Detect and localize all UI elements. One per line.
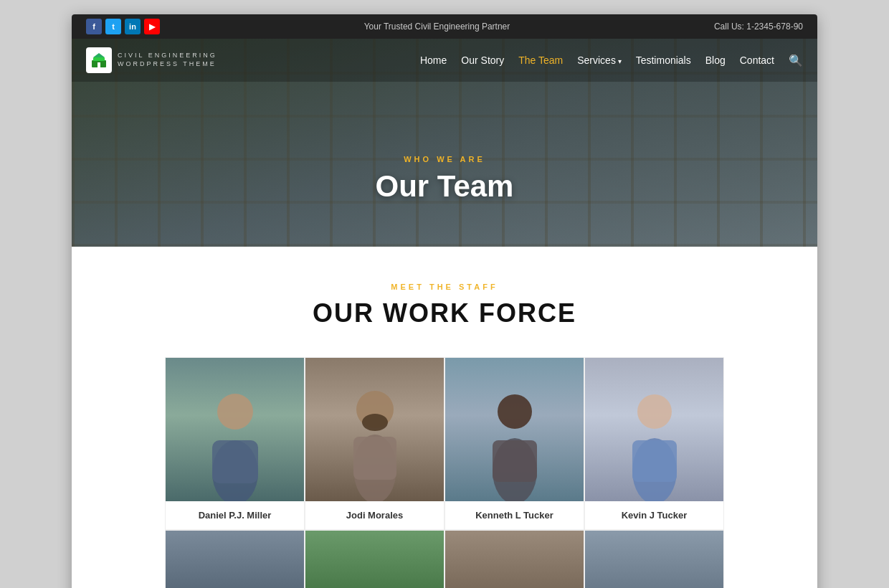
hero-section: CIVIL ENGINEERING WORDPRESS THEME Home O…	[72, 39, 817, 247]
team-grid-bottom	[165, 530, 724, 588]
nav-item-search[interactable]: 🔍	[789, 54, 803, 67]
nav-item-contact[interactable]: Contact	[740, 54, 774, 67]
hero-content: WHO WE ARE Our Team	[72, 155, 817, 204]
main-content: MEET THE STAFF OUR WORK FORCE Daniel P.J…	[72, 247, 817, 588]
section-title: OUR WORK FORCE	[86, 298, 803, 328]
team-photo-partial-4	[585, 531, 723, 588]
nav-item-home[interactable]: Home	[420, 54, 447, 67]
navbar: CIVIL ENGINEERING WORDPRESS THEME Home O…	[72, 39, 817, 82]
svg-rect-6	[212, 440, 258, 483]
nav-links: Home Our Story The Team Services Testimo…	[420, 54, 803, 67]
nav-link-the-team[interactable]: The Team	[518, 54, 563, 66]
hero-title: Our Team	[72, 169, 817, 204]
nav-item-testimonials[interactable]: Testimonials	[636, 54, 691, 67]
team-card-kenneth[interactable]: Kenneth L Tucker	[444, 357, 584, 530]
team-photo-partial-2	[305, 531, 444, 588]
logo-icon	[86, 47, 112, 73]
team-photo-partial-3	[445, 531, 584, 588]
svg-rect-16	[632, 440, 677, 482]
svg-rect-13	[493, 440, 537, 482]
team-card-partial-3[interactable]	[444, 530, 584, 588]
browser-window: f t in ▶ Your Trusted Civil Engineering …	[72, 14, 817, 588]
section-header: MEET THE STAFF OUR WORK FORCE	[86, 283, 803, 328]
nav-item-our-story[interactable]: Our Story	[461, 54, 504, 67]
team-card-jodi[interactable]: Jodi Morales	[305, 357, 444, 530]
svg-point-11	[498, 394, 532, 429]
nav-item-blog[interactable]: Blog	[705, 54, 726, 67]
social-icons: f t in ▶	[86, 19, 160, 34]
nav-link-testimonials[interactable]: Testimonials	[636, 54, 691, 66]
team-grid: Daniel P.J. Miller Jodi Morales	[165, 357, 724, 530]
team-card-kevin[interactable]: Kevin J Tucker	[584, 357, 724, 530]
nav-item-the-team[interactable]: The Team	[518, 54, 563, 67]
team-name-daniel: Daniel P.J. Miller	[166, 501, 304, 529]
team-photo-jodi	[305, 358, 444, 501]
team-name-kenneth: Kenneth L Tucker	[445, 501, 584, 529]
search-icon[interactable]: 🔍	[789, 54, 803, 67]
team-photo-daniel	[166, 358, 304, 501]
team-photo-kenneth	[445, 358, 584, 501]
svg-rect-1	[93, 57, 105, 61]
logo-text: CIVIL ENGINEERING WORDPRESS THEME	[118, 52, 217, 68]
team-card-daniel[interactable]: Daniel P.J. Miller	[165, 357, 305, 530]
twitter-icon[interactable]: t	[105, 19, 121, 34]
team-card-partial-1[interactable]	[165, 530, 305, 588]
logo[interactable]: CIVIL ENGINEERING WORDPRESS THEME	[86, 47, 217, 73]
nav-link-contact[interactable]: Contact	[740, 54, 774, 66]
phone-number: Call Us: 1-2345-678-90	[714, 22, 803, 32]
svg-marker-2	[93, 53, 105, 57]
nav-link-our-story[interactable]: Our Story	[461, 54, 504, 66]
svg-point-4	[217, 394, 253, 430]
team-card-partial-2[interactable]	[305, 530, 444, 588]
svg-rect-10	[353, 437, 396, 480]
nav-link-home[interactable]: Home	[420, 54, 447, 66]
facebook-icon[interactable]: f	[86, 19, 102, 34]
svg-point-8	[362, 414, 388, 431]
linkedin-icon[interactable]: in	[125, 19, 141, 34]
team-name-jodi: Jodi Morales	[305, 501, 444, 529]
svg-point-14	[637, 394, 672, 429]
section-label: MEET THE STAFF	[86, 283, 803, 291]
team-photo-partial-1	[166, 531, 304, 588]
top-bar: f t in ▶ Your Trusted Civil Engineering …	[72, 14, 817, 39]
nav-item-services[interactable]: Services	[577, 54, 621, 67]
team-name-kevin: Kevin J Tucker	[585, 501, 723, 529]
hero-subtitle: WHO WE ARE	[72, 155, 817, 163]
tagline: Your Trusted Civil Engineering Partner	[364, 22, 510, 32]
youtube-icon[interactable]: ▶	[144, 19, 160, 34]
team-photo-kevin	[585, 358, 723, 501]
svg-rect-3	[98, 62, 100, 67]
nav-link-blog[interactable]: Blog	[705, 54, 726, 66]
nav-link-services[interactable]: Services	[577, 54, 621, 66]
team-card-partial-4[interactable]	[584, 530, 724, 588]
